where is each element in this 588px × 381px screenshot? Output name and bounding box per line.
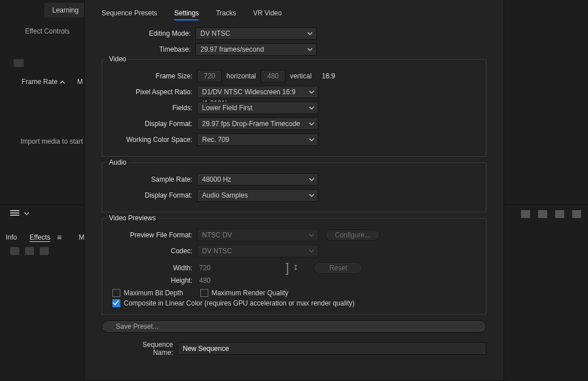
reset-button: Reset — [314, 262, 362, 274]
effects-filter-icons — [10, 247, 49, 255]
frame-width-input[interactable]: 720 — [197, 70, 222, 82]
preview-width-value: 720 — [197, 264, 282, 272]
sample-rate-value: 48000 Hz — [202, 175, 231, 183]
max-bit-depth-label: Maximum Bit Depth — [124, 289, 183, 297]
audio-display-format-select[interactable]: Audio Samples — [197, 189, 318, 202]
preview-file-format-label: Preview File Format: — [109, 231, 197, 239]
editing-mode-value: DV NTSC — [200, 30, 230, 37]
chevron-down-icon — [309, 248, 314, 254]
par-label: Pixel Aspect Ratio: — [109, 88, 197, 96]
hamburger-icon — [10, 210, 19, 217]
tab-effects[interactable]: Effects — [30, 233, 50, 241]
audio-display-format-label: Display Format: — [109, 191, 197, 199]
column-header-frame-rate[interactable]: Frame Rate — [22, 78, 65, 86]
column-header-m[interactable]: M — [77, 78, 83, 86]
panel-menu-icon[interactable]: ≡ — [57, 233, 60, 242]
aspect-ratio-readout: 16:9 — [322, 72, 335, 80]
video-display-format-label: Display Format: — [109, 120, 197, 128]
codec-select: DV NTSC — [197, 245, 318, 257]
sample-rate-label: Sample Rate: — [109, 175, 197, 183]
chevron-down-icon — [309, 121, 314, 127]
tab-settings[interactable]: Settings — [174, 9, 199, 20]
audio-group: Audio Sample Rate: 48000 Hz Display Form… — [102, 162, 486, 212]
sequence-name-input[interactable]: New Sequence — [178, 342, 486, 355]
video-display-format-select[interactable]: 29.97 fps Drop-Frame Timecode — [197, 118, 318, 130]
preview-height-value: 480 — [197, 277, 211, 284]
chevron-down-icon — [309, 137, 314, 143]
preview-file-format-value: NTSC DV — [202, 231, 232, 239]
chevron-down-icon — [307, 47, 313, 52]
horizontal-label: horizontal — [226, 72, 256, 80]
chevron-down-icon — [24, 211, 30, 216]
video-previews-group: Video Previews Preview File Format: NTSC… — [102, 218, 486, 315]
preview-file-format-select: NTSC DV — [197, 229, 318, 241]
timebase-select[interactable]: 29.97 frames/second — [195, 43, 317, 56]
timebase-value: 29.97 frames/second — [200, 45, 264, 53]
timebase-label: Timebase: — [102, 45, 195, 53]
fields-value: Lower Field First — [202, 104, 253, 112]
monitor-icon[interactable] — [555, 210, 564, 218]
filter-icon[interactable] — [25, 247, 34, 255]
tab-vr-video[interactable]: VR Video — [253, 9, 282, 20]
frame-rate-label: Frame Rate — [22, 78, 57, 86]
fields-label: Fields: — [109, 104, 197, 112]
max-render-quality-label: Maximum Render Quality — [212, 289, 288, 297]
dialog-tabs: Sequence Presets Settings Tracks VR Vide… — [85, 0, 503, 23]
chevron-down-icon — [309, 232, 314, 238]
lower-panel-tabs: Info Effects ≡ M — [6, 233, 85, 242]
chevron-up-icon — [60, 79, 65, 85]
preview-width-label: Width: — [109, 264, 197, 272]
editing-mode-label: Editing Mode: — [102, 30, 195, 37]
chevron-down-icon — [309, 105, 314, 111]
monitor-icon[interactable] — [572, 210, 581, 218]
panel-tab-effect-controls[interactable]: Effect Controls — [25, 27, 69, 35]
video-legend: Video — [107, 55, 128, 63]
sample-rate-select[interactable]: 48000 Hz — [197, 173, 318, 186]
codec-label: Codec: — [109, 247, 197, 255]
par-select[interactable]: D1/DV NTSC Widescreen 16:9 (1.2121) — [197, 86, 318, 98]
codec-value: DV NTSC — [202, 247, 232, 255]
bracket-icon: ] — [285, 261, 289, 275]
chevron-down-icon — [307, 31, 313, 36]
composite-linear-checkbox[interactable] — [112, 299, 120, 307]
save-preset-button[interactable]: Save Preset... — [102, 320, 486, 333]
panel-menu[interactable] — [10, 210, 30, 217]
sequence-name-label: Sequence Name: — [127, 341, 178, 357]
chevron-down-icon — [309, 192, 314, 198]
panel-icon — [14, 59, 24, 67]
preview-height-label: Height: — [109, 277, 197, 284]
working-color-space-value: Rec. 709 — [202, 136, 229, 144]
editing-mode-select[interactable]: DV NTSC — [195, 27, 317, 40]
new-sequence-dialog: Sequence Presets Settings Tracks VR Vide… — [84, 0, 504, 381]
audio-display-format-value: Audio Samples — [202, 191, 248, 199]
configure-button: Configure... — [325, 229, 380, 241]
video-previews-legend: Video Previews — [107, 214, 158, 222]
working-color-space-select[interactable]: Rec. 709 — [197, 133, 318, 146]
frame-size-label: Frame Size: — [109, 72, 197, 80]
video-display-format-value: 29.97 fps Drop-Frame Timecode — [202, 120, 300, 128]
monitor-icon[interactable] — [521, 210, 530, 218]
monitor-icon[interactable] — [538, 210, 547, 218]
max-render-quality-checkbox[interactable] — [200, 289, 208, 297]
workspace-tab-learning[interactable]: Learning — [44, 3, 87, 18]
filter-icon[interactable] — [10, 247, 19, 255]
vertical-label: vertical — [290, 72, 312, 80]
import-media-placeholder: Import media to start — [20, 137, 83, 145]
working-color-space-label: Working Color Space: — [109, 136, 197, 144]
chevron-down-icon — [309, 89, 314, 95]
link-icon[interactable] — [292, 263, 299, 274]
chevron-down-icon — [309, 177, 314, 182]
video-group: Video Frame Size: 720 horizontal 480 ver… — [102, 59, 486, 157]
max-bit-depth-checkbox[interactable] — [112, 289, 120, 297]
audio-legend: Audio — [107, 158, 129, 166]
composite-linear-label: Composite in Linear Color (requires GPU … — [124, 299, 355, 307]
tab-sequence-presets[interactable]: Sequence Presets — [102, 9, 157, 20]
filter-icon[interactable] — [40, 247, 49, 255]
tab-tracks[interactable]: Tracks — [216, 9, 236, 20]
program-monitor-icons — [521, 210, 581, 218]
frame-height-input[interactable]: 480 — [261, 70, 285, 82]
tab-info[interactable]: Info — [6, 233, 17, 241]
fields-select[interactable]: Lower Field First — [197, 102, 318, 114]
